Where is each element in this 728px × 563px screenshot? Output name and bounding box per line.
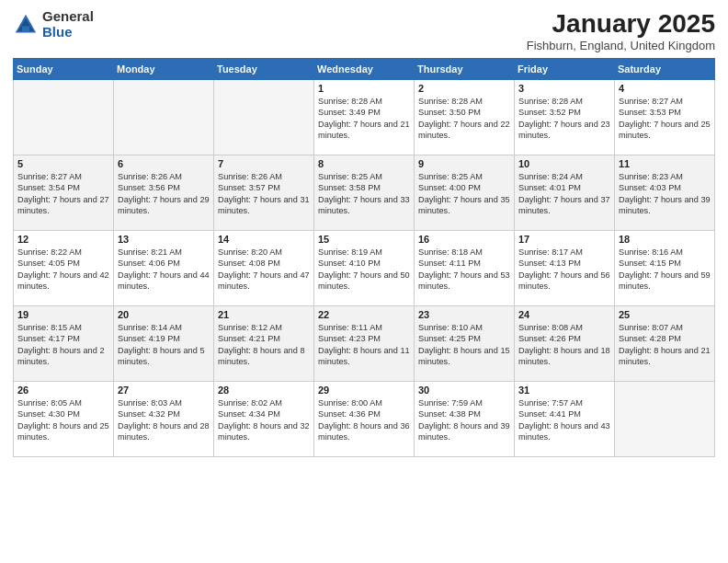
day-info: Sunrise: 8:15 AM Sunset: 4:17 PM Dayligh… [17, 322, 109, 368]
logo: General Blue [13, 9, 94, 40]
day-number: 26 [17, 385, 109, 396]
calendar-cell: 2Sunrise: 8:28 AM Sunset: 3:50 PM Daylig… [415, 80, 515, 155]
day-number: 5 [17, 158, 109, 169]
calendar-cell: 26Sunrise: 8:05 AM Sunset: 4:30 PM Dayli… [14, 382, 114, 457]
calendar-cell [114, 80, 214, 155]
calendar-cell: 11Sunrise: 8:23 AM Sunset: 4:03 PM Dayli… [615, 155, 715, 231]
calendar-cell: 25Sunrise: 8:07 AM Sunset: 4:28 PM Dayli… [615, 306, 715, 382]
day-number: 29 [318, 385, 410, 396]
calendar-cell: 21Sunrise: 8:12 AM Sunset: 4:21 PM Dayli… [214, 306, 314, 382]
day-number: 23 [418, 309, 510, 320]
day-number: 31 [518, 385, 610, 396]
day-number: 30 [418, 385, 510, 396]
location-subtitle: Fishburn, England, United Kingdom [527, 39, 715, 52]
day-info: Sunrise: 8:28 AM Sunset: 3:49 PM Dayligh… [318, 96, 410, 142]
calendar-cell: 28Sunrise: 8:02 AM Sunset: 4:34 PM Dayli… [214, 382, 314, 457]
day-info: Sunrise: 8:11 AM Sunset: 4:23 PM Dayligh… [318, 322, 410, 368]
calendar-cell: 24Sunrise: 8:08 AM Sunset: 4:26 PM Dayli… [515, 306, 615, 382]
day-number: 2 [418, 83, 510, 94]
day-number: 22 [318, 309, 410, 320]
calendar-cell: 9Sunrise: 8:25 AM Sunset: 4:00 PM Daylig… [415, 155, 515, 231]
day-number: 21 [218, 309, 310, 320]
page-container: General Blue January 2025 Fishburn, Engl… [0, 0, 728, 465]
svg-rect-2 [22, 26, 29, 31]
week-row-1: 1Sunrise: 8:28 AM Sunset: 3:49 PM Daylig… [14, 80, 715, 155]
calendar-cell [615, 382, 715, 457]
day-number: 7 [218, 158, 310, 169]
week-row-3: 12Sunrise: 8:22 AM Sunset: 4:05 PM Dayli… [14, 231, 715, 306]
col-wednesday: Wednesday [314, 59, 415, 80]
day-info: Sunrise: 8:02 AM Sunset: 4:34 PM Dayligh… [218, 397, 310, 443]
day-info: Sunrise: 8:27 AM Sunset: 3:54 PM Dayligh… [17, 171, 109, 217]
calendar-cell [14, 80, 114, 155]
day-info: Sunrise: 7:59 AM Sunset: 4:38 PM Dayligh… [418, 397, 510, 443]
day-info: Sunrise: 8:18 AM Sunset: 4:11 PM Dayligh… [418, 247, 510, 293]
day-info: Sunrise: 8:25 AM Sunset: 4:00 PM Dayligh… [418, 171, 510, 217]
calendar-cell: 15Sunrise: 8:19 AM Sunset: 4:10 PM Dayli… [314, 231, 415, 306]
logo-general: General [42, 8, 94, 24]
day-info: Sunrise: 8:23 AM Sunset: 4:03 PM Dayligh… [619, 171, 711, 217]
logo-text: General Blue [42, 9, 94, 40]
day-info: Sunrise: 8:10 AM Sunset: 4:25 PM Dayligh… [418, 322, 510, 368]
calendar-cell: 4Sunrise: 8:27 AM Sunset: 3:53 PM Daylig… [615, 80, 715, 155]
header: General Blue January 2025 Fishburn, Engl… [13, 9, 715, 52]
calendar-cell: 8Sunrise: 8:25 AM Sunset: 3:58 PM Daylig… [314, 155, 415, 231]
calendar-cell: 6Sunrise: 8:26 AM Sunset: 3:56 PM Daylig… [114, 155, 214, 231]
calendar-cell [214, 80, 314, 155]
month-title: January 2025 [527, 9, 715, 39]
week-row-4: 19Sunrise: 8:15 AM Sunset: 4:17 PM Dayli… [14, 306, 715, 382]
day-info: Sunrise: 8:27 AM Sunset: 3:53 PM Dayligh… [619, 96, 711, 142]
day-number: 13 [118, 234, 210, 245]
day-number: 14 [218, 234, 310, 245]
day-info: Sunrise: 8:24 AM Sunset: 4:01 PM Dayligh… [518, 171, 610, 217]
col-saturday: Saturday [615, 59, 715, 80]
day-number: 4 [619, 83, 711, 94]
calendar-cell: 13Sunrise: 8:21 AM Sunset: 4:06 PM Dayli… [114, 231, 214, 306]
day-info: Sunrise: 7:57 AM Sunset: 4:41 PM Dayligh… [518, 397, 610, 443]
col-sunday: Sunday [14, 59, 114, 80]
day-info: Sunrise: 8:26 AM Sunset: 3:56 PM Dayligh… [118, 171, 210, 217]
day-info: Sunrise: 8:17 AM Sunset: 4:13 PM Dayligh… [518, 247, 610, 293]
day-number: 11 [619, 158, 711, 169]
day-info: Sunrise: 8:25 AM Sunset: 3:58 PM Dayligh… [318, 171, 410, 217]
day-info: Sunrise: 8:03 AM Sunset: 4:32 PM Dayligh… [118, 397, 210, 443]
calendar-cell: 31Sunrise: 7:57 AM Sunset: 4:41 PM Dayli… [515, 382, 615, 457]
week-row-5: 26Sunrise: 8:05 AM Sunset: 4:30 PM Dayli… [14, 382, 715, 457]
calendar-cell: 14Sunrise: 8:20 AM Sunset: 4:08 PM Dayli… [214, 231, 314, 306]
day-info: Sunrise: 8:20 AM Sunset: 4:08 PM Dayligh… [218, 247, 310, 293]
day-number: 20 [118, 309, 210, 320]
day-info: Sunrise: 8:28 AM Sunset: 3:50 PM Dayligh… [418, 96, 510, 142]
day-number: 12 [17, 234, 109, 245]
calendar-cell: 23Sunrise: 8:10 AM Sunset: 4:25 PM Dayli… [415, 306, 515, 382]
day-number: 6 [118, 158, 210, 169]
day-number: 27 [118, 385, 210, 396]
day-info: Sunrise: 8:14 AM Sunset: 4:19 PM Dayligh… [118, 322, 210, 368]
calendar-cell: 7Sunrise: 8:26 AM Sunset: 3:57 PM Daylig… [214, 155, 314, 231]
calendar-cell: 20Sunrise: 8:14 AM Sunset: 4:19 PM Dayli… [114, 306, 214, 382]
week-row-2: 5Sunrise: 8:27 AM Sunset: 3:54 PM Daylig… [14, 155, 715, 231]
day-info: Sunrise: 8:26 AM Sunset: 3:57 PM Dayligh… [218, 171, 310, 217]
col-thursday: Thursday [415, 59, 515, 80]
calendar-cell: 16Sunrise: 8:18 AM Sunset: 4:11 PM Dayli… [415, 231, 515, 306]
title-block: January 2025 Fishburn, England, United K… [527, 9, 715, 52]
calendar-table: Sunday Monday Tuesday Wednesday Thursday… [13, 58, 715, 457]
day-info: Sunrise: 8:00 AM Sunset: 4:36 PM Dayligh… [318, 397, 410, 443]
calendar-cell: 19Sunrise: 8:15 AM Sunset: 4:17 PM Dayli… [14, 306, 114, 382]
calendar-cell: 30Sunrise: 7:59 AM Sunset: 4:38 PM Dayli… [415, 382, 515, 457]
day-number: 28 [218, 385, 310, 396]
day-info: Sunrise: 8:08 AM Sunset: 4:26 PM Dayligh… [518, 322, 610, 368]
calendar-cell: 27Sunrise: 8:03 AM Sunset: 4:32 PM Dayli… [114, 382, 214, 457]
col-tuesday: Tuesday [214, 59, 314, 80]
day-number: 8 [318, 158, 410, 169]
day-info: Sunrise: 8:12 AM Sunset: 4:21 PM Dayligh… [218, 322, 310, 368]
col-friday: Friday [515, 59, 615, 80]
day-info: Sunrise: 8:22 AM Sunset: 4:05 PM Dayligh… [17, 247, 109, 293]
calendar-cell: 10Sunrise: 8:24 AM Sunset: 4:01 PM Dayli… [515, 155, 615, 231]
header-row: Sunday Monday Tuesday Wednesday Thursday… [14, 59, 715, 80]
day-info: Sunrise: 8:05 AM Sunset: 4:30 PM Dayligh… [17, 397, 109, 443]
day-info: Sunrise: 8:07 AM Sunset: 4:28 PM Dayligh… [619, 322, 711, 368]
logo-blue: Blue [42, 24, 73, 40]
calendar-cell: 18Sunrise: 8:16 AM Sunset: 4:15 PM Dayli… [615, 231, 715, 306]
logo-icon [13, 12, 39, 38]
day-number: 18 [619, 234, 711, 245]
